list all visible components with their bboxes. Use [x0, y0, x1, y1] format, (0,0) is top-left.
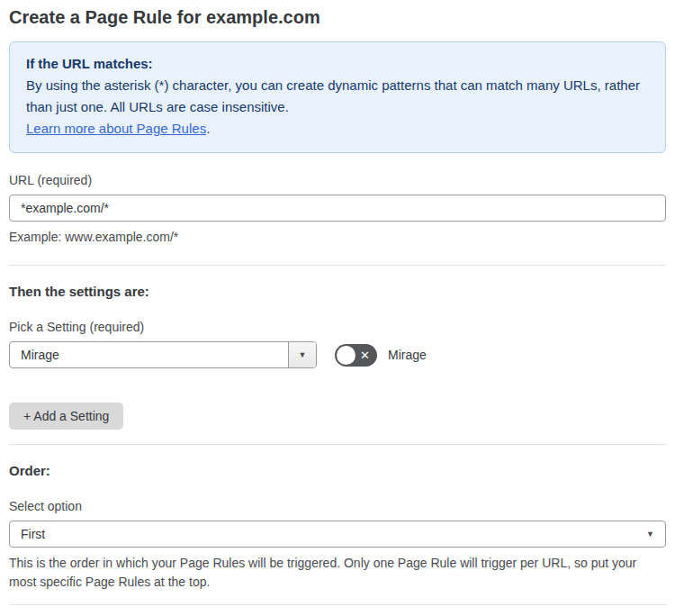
mirage-toggle[interactable]: ✕: [335, 344, 377, 367]
divider: [9, 604, 666, 605]
chevron-down-icon: ▼: [299, 350, 307, 359]
setting-select-value: Mirage: [10, 342, 288, 367]
toggle-off-x-icon: ✕: [360, 344, 370, 367]
setting-row: Mirage ▼ ✕ Mirage: [9, 341, 666, 368]
url-match-info-box: If the URL matches: By using the asteris…: [9, 41, 666, 153]
order-section-heading: Order:: [9, 463, 666, 478]
chevron-down-icon: ▼: [646, 521, 665, 547]
info-box-body: By using the asterisk (*) character, you…: [26, 75, 649, 118]
settings-section-heading: Then the settings are:: [9, 284, 666, 299]
info-box-heading: If the URL matches:: [26, 53, 649, 75]
link-suffix: .: [206, 121, 210, 136]
setting-select[interactable]: Mirage ▼: [9, 341, 317, 368]
order-select-value: First: [10, 521, 646, 547]
url-example-helper: Example: www.example.com/*: [9, 228, 666, 247]
order-helper-text: This is the order in which your Page Rul…: [9, 554, 666, 592]
divider: [9, 444, 666, 445]
info-box-body-text: By using the asterisk (*) character, you…: [26, 77, 640, 114]
divider: [9, 265, 666, 266]
pick-setting-label: Pick a Setting (required): [9, 320, 666, 334]
info-box-link-line: Learn more about Page Rules.: [26, 118, 649, 140]
learn-more-link[interactable]: Learn more about Page Rules: [26, 121, 206, 136]
order-select-label: Select option: [9, 499, 666, 513]
order-select[interactable]: First ▼: [9, 521, 666, 548]
toggle-knob: [337, 346, 356, 365]
setting-select-arrow-button[interactable]: ▼: [288, 342, 316, 367]
create-page-rule-form: Create a Page Rule for example.com If th…: [0, 0, 675, 616]
url-field-label: URL (required): [9, 173, 666, 187]
toggle-label: Mirage: [388, 348, 427, 362]
add-setting-button[interactable]: + Add a Setting: [9, 403, 123, 430]
page-title: Create a Page Rule for example.com: [9, 7, 666, 28]
url-input[interactable]: [9, 195, 666, 222]
